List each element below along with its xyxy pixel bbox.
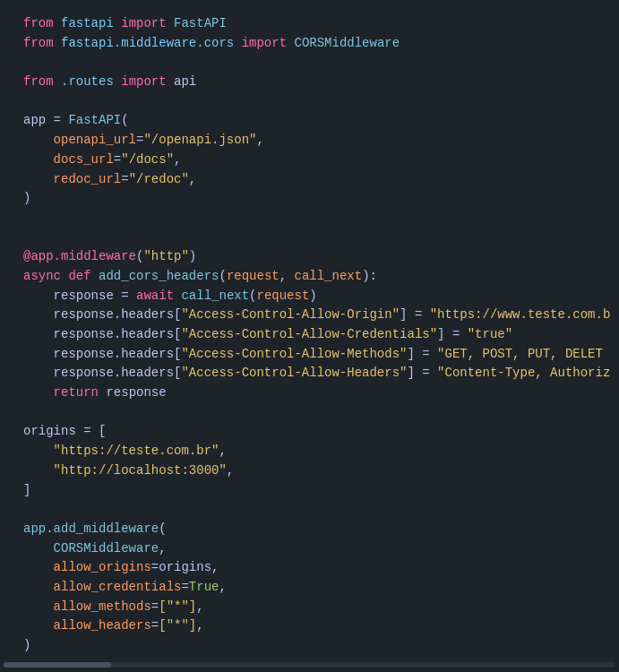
- code-line: response = await call_next(request): [0, 287, 619, 306]
- code-line: response.headers["Access-Control-Allow-M…: [0, 345, 619, 365]
- code-line: origins = [: [0, 422, 619, 442]
- code-line: from .routes import api: [0, 73, 619, 92]
- code-line: allow_headers=["*"],: [0, 616, 619, 636]
- code-line: allow_methods=["*"],: [0, 598, 619, 617]
- code-line: ]: [0, 481, 619, 501]
- code-line: response.headers["Access-Control-Allow-C…: [0, 325, 619, 345]
- code-block: from fastapi import FastAPIfrom fastapi.…: [0, 14, 619, 672]
- scrollbar-container[interactable]: [0, 661, 619, 668]
- code-line: return response: [0, 383, 619, 403]
- code-line: openapi_url="/openapi.json",: [0, 131, 619, 151]
- code-line: @app.middleware("http"): [0, 247, 619, 267]
- code-line: app = FastAPI(: [0, 111, 619, 131]
- code-line: redoc_url="/redoc",: [0, 170, 619, 190]
- code-line: [0, 403, 619, 423]
- code-line: from fastapi import FastAPI: [0, 14, 619, 34]
- code-line: from fastapi.middleware.cors import CORS…: [0, 34, 619, 54]
- code-line: CORSMiddleware,: [0, 539, 619, 559]
- code-line: async def add_cors_headers(request, call…: [0, 267, 619, 287]
- code-line: "http://localhost:3000",: [0, 461, 619, 481]
- code-line: ): [0, 189, 619, 209]
- code-line: docs_url="/docs",: [0, 151, 619, 170]
- code-line: [0, 92, 619, 112]
- scrollbar-thumb[interactable]: [4, 662, 111, 668]
- code-line: allow_credentials=True,: [0, 578, 619, 598]
- scrollbar-track[interactable]: [4, 662, 615, 668]
- code-line: ): [0, 636, 619, 656]
- code-line: allow_origins=origins,: [0, 558, 619, 578]
- code-line: [0, 209, 619, 228]
- code-line: "https://teste.com.br",: [0, 442, 619, 461]
- code-line: [0, 53, 619, 73]
- code-line: app.add_middleware(: [0, 520, 619, 539]
- code-line: response.headers["Access-Control-Allow-H…: [0, 364, 619, 383]
- code-line: [0, 228, 619, 248]
- code-line: [0, 500, 619, 520]
- code-line: response.headers["Access-Control-Allow-O…: [0, 306, 619, 325]
- code-editor: from fastapi import FastAPIfrom fastapi.…: [0, 0, 619, 672]
